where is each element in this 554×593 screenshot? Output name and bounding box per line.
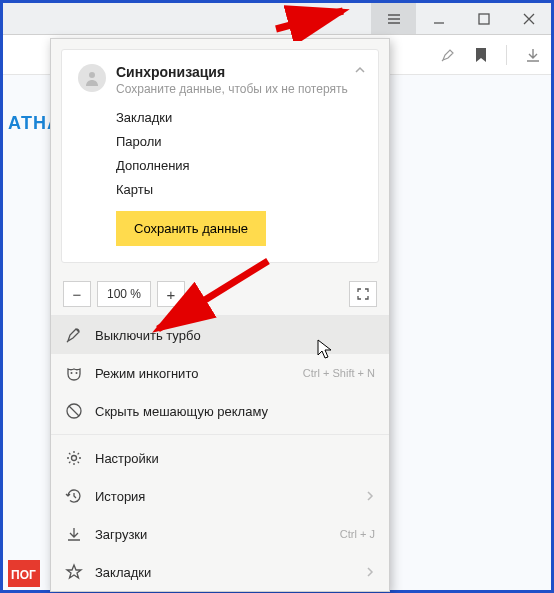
svg-rect-2 <box>479 14 489 24</box>
rocket-icon[interactable] <box>440 47 456 63</box>
menu-item-label: Режим инкогнито <box>95 366 291 381</box>
sync-link-cards[interactable]: Карты <box>116 182 362 197</box>
save-data-button[interactable]: Сохранить данные <box>116 211 266 246</box>
sync-card: Синхронизация Сохраните данные, чтобы их… <box>61 49 379 263</box>
menu-item-label: Закладки <box>95 565 353 580</box>
minimize-button[interactable] <box>416 3 461 34</box>
sync-link-passwords[interactable]: Пароли <box>116 134 362 149</box>
separator <box>51 434 389 435</box>
star-icon <box>65 563 83 581</box>
chevron-right-icon <box>365 565 375 580</box>
svg-point-5 <box>76 372 78 374</box>
menu-item-label: Загрузки <box>95 527 328 542</box>
menu-item-mask[interactable]: Режим инкогнитоCtrl + Shift + N <box>51 354 389 392</box>
zoom-value: 100 % <box>97 281 151 307</box>
download-icon <box>65 525 83 543</box>
shortcut-hint: Ctrl + J <box>340 528 375 540</box>
sync-title: Синхронизация <box>116 64 348 80</box>
menu-item-rocket[interactable]: Выключить турбо <box>51 316 389 354</box>
avatar-icon <box>78 64 106 92</box>
window-titlebar <box>3 3 551 35</box>
menu-item-star[interactable]: Закладки <box>51 553 389 591</box>
divider <box>506 45 507 65</box>
menu-button[interactable] <box>371 3 416 34</box>
menu-item-label: Выключить турбо <box>95 328 375 343</box>
maximize-button[interactable] <box>461 3 506 34</box>
menu-item-history[interactable]: История <box>51 477 389 515</box>
svg-point-7 <box>72 456 77 461</box>
shortcut-hint: Ctrl + Shift + N <box>303 367 375 379</box>
menu-item-label: Скрыть мешающую рекламу <box>95 404 375 419</box>
main-menu-popup: Синхронизация Сохраните данные, чтобы их… <box>50 38 390 592</box>
page-red-tag: ПОГ <box>8 560 40 587</box>
sync-subtitle: Сохраните данные, чтобы их не потерять <box>116 82 348 96</box>
menu-item-download[interactable]: ЗагрузкиCtrl + J <box>51 515 389 553</box>
bookmark-icon[interactable] <box>474 47 488 63</box>
close-button[interactable] <box>506 3 551 34</box>
mask-icon <box>65 364 83 382</box>
rocket-icon <box>65 326 83 344</box>
chevron-right-icon <box>365 489 375 504</box>
sync-links: Закладки Пароли Дополнения Карты <box>116 110 362 197</box>
svg-rect-1 <box>307 11 321 23</box>
zoom-in-button[interactable]: + <box>157 281 185 307</box>
svg-point-4 <box>71 372 73 374</box>
tab-stack-icon[interactable] <box>303 11 323 29</box>
zoom-out-button[interactable]: − <box>63 281 91 307</box>
sync-link-bookmarks[interactable]: Закладки <box>116 110 362 125</box>
gear-icon <box>65 449 83 467</box>
menu-item-gear[interactable]: Настройки <box>51 439 389 477</box>
menu-item-label: Настройки <box>95 451 375 466</box>
svg-point-3 <box>89 72 95 78</box>
chevron-up-icon[interactable] <box>354 62 366 80</box>
history-icon <box>65 487 83 505</box>
block-icon <box>65 402 83 420</box>
sync-link-addons[interactable]: Дополнения <box>116 158 362 173</box>
fullscreen-button[interactable] <box>349 281 377 307</box>
download-icon[interactable] <box>525 47 541 63</box>
menu-item-label: История <box>95 489 353 504</box>
menu-item-block[interactable]: Скрыть мешающую рекламу <box>51 392 389 430</box>
zoom-controls: − 100 % + <box>51 273 389 316</box>
